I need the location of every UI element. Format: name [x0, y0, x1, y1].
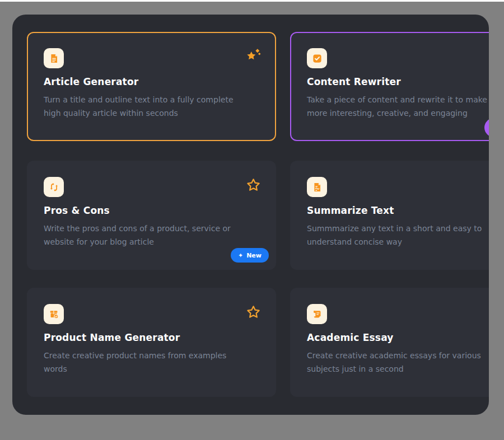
purple-action-button[interactable] — [484, 118, 489, 137]
tools-panel: Article Generator Turn a title and outli… — [12, 15, 489, 415]
star-outline-icon[interactable] — [245, 303, 262, 320]
card-description: Write the pros and cons of a product, se… — [44, 222, 231, 249]
product-box-check-icon — [44, 304, 64, 324]
top-edge-strip — [0, 0, 504, 2]
card-title: Content Rewriter — [307, 76, 401, 87]
new-badge-label: New — [246, 252, 262, 259]
card-title: Pros & Cons — [44, 205, 110, 216]
sparkle-icon: ✦ — [238, 252, 243, 259]
new-badge: ✦ New — [231, 248, 269, 263]
card-summarize-text[interactable]: Summarize Text Summmarize any text in a … — [290, 161, 489, 270]
card-title: Summarize Text — [307, 205, 394, 216]
card-article-generator[interactable]: Article Generator Turn a title and outli… — [27, 32, 276, 141]
star-outline-icon[interactable] — [245, 176, 262, 193]
card-description: Create creative product names from examp… — [44, 349, 226, 376]
card-product-name-generator[interactable]: Product Name Generator Create creative p… — [27, 288, 276, 397]
card-description: Take a piece of content and rewrite it t… — [307, 93, 489, 120]
checkbox-icon — [307, 48, 327, 68]
card-description: Turn a title and outline text into a ful… — [44, 93, 234, 120]
card-academic-essay[interactable]: Academic Essay Create creative academic … — [290, 288, 489, 397]
article-document-icon — [44, 48, 64, 68]
favorite-star-sparkle-icon[interactable] — [245, 48, 262, 64]
card-title: Product Name Generator — [44, 332, 180, 343]
swap-arrows-icon — [44, 177, 64, 197]
card-content-rewriter[interactable]: Content Rewriter Take a piece of content… — [290, 32, 489, 141]
card-description: Summmarize any text in a short and easy … — [307, 222, 482, 249]
summary-document-icon — [307, 177, 327, 197]
card-description: Create creative academic essays for vari… — [307, 349, 481, 376]
card-pros-and-cons[interactable]: Pros & Cons Write the pros and cons of a… — [27, 161, 276, 270]
card-title: Article Generator — [44, 76, 138, 87]
card-title: Academic Essay — [307, 332, 394, 343]
scroll-icon — [307, 304, 327, 324]
